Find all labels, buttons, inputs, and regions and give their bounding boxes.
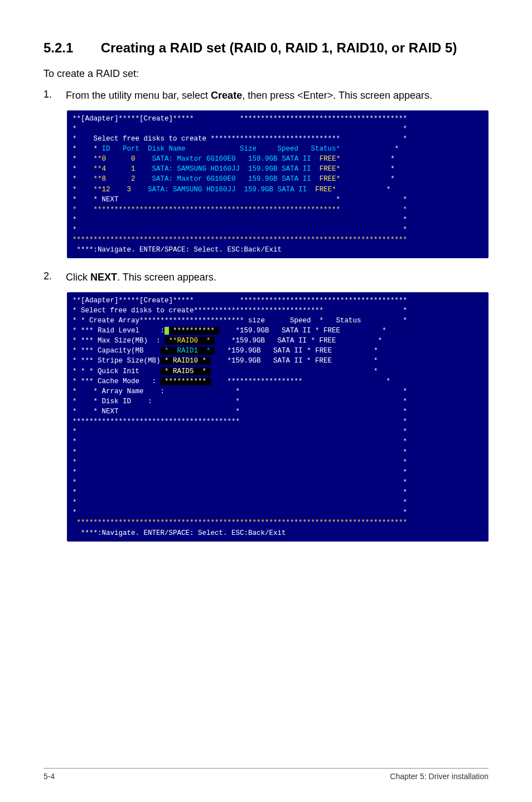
terminal-screenshot-2: **[Adapter]*****[Create]***** **********…	[67, 292, 489, 542]
intro-text: To create a RAID set:	[43, 68, 489, 80]
section-title: Creating a RAID set (RAID 0, RAID 1, RAI…	[101, 39, 480, 57]
section-number: 5.2.1	[43, 39, 97, 57]
terminal-screenshot-1: **[Adapter]*****[Create]***** **********…	[67, 110, 489, 259]
step-2: 2. Click NEXT. This screen appears.	[43, 270, 489, 284]
chapter-label: Chapter 5: Driver installation	[390, 772, 489, 781]
page-number: 5-4	[43, 772, 55, 781]
page-footer: 5-4 Chapter 5: Driver installation	[43, 768, 489, 781]
section-heading: 5.2.1 Creating a RAID set (RAID 0, RAID …	[43, 39, 489, 57]
step-1: 1. From the utility menu bar, select Cre…	[43, 89, 489, 102]
